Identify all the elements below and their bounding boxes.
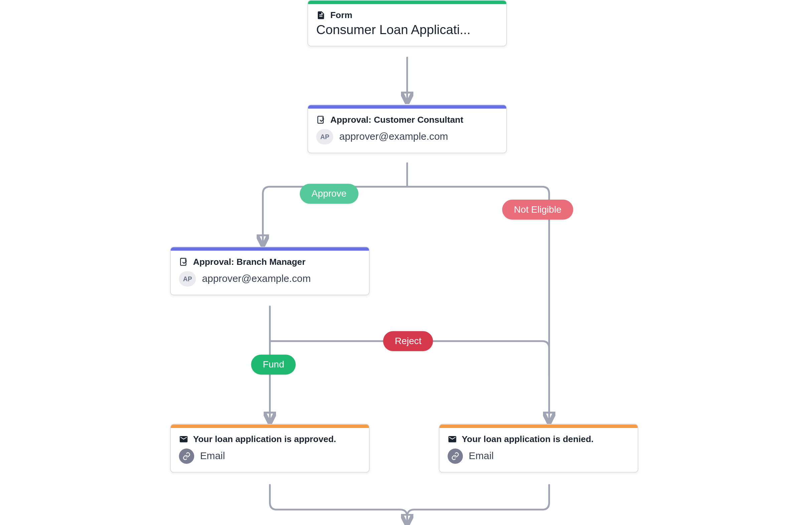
node-title: Approval: Customer Consultant (330, 114, 463, 124)
mail-icon (448, 434, 457, 444)
link-icon (448, 448, 463, 464)
node-channel-row: Email (439, 445, 638, 472)
branch-label-fund: Fund (251, 355, 296, 375)
node-accent-bar (171, 247, 369, 251)
channel-label: Email (469, 450, 494, 462)
branch-label-reject: Reject (383, 331, 433, 351)
node-accent-bar (439, 424, 638, 428)
approver-email: approver@example.com (202, 273, 311, 285)
node-accent-bar (308, 1, 506, 4)
node-approver-row: AP approver@example.com (171, 268, 369, 295)
link-icon (179, 448, 194, 464)
node-email-approved[interactable]: Your loan application is approved. Email (170, 424, 370, 473)
node-header: Approval: Customer Consultant (308, 109, 506, 126)
node-email-denied[interactable]: Your loan application is denied. Email (439, 424, 638, 473)
branch-label-approve: Approve (300, 184, 358, 204)
node-channel-row: Email (171, 445, 369, 472)
node-title: Your loan application is approved. (193, 434, 336, 444)
node-header: Approval: Branch Manager (171, 251, 369, 268)
workflow-canvas: Form Consumer Loan Applicati... Approval… (0, 0, 812, 525)
node-header: Form (308, 4, 506, 21)
node-approval-customer-consultant[interactable]: Approval: Customer Consultant AP approve… (308, 105, 507, 153)
node-accent-bar (308, 105, 506, 109)
form-icon (316, 10, 326, 20)
node-header: Your loan application is approved. (171, 428, 369, 445)
node-title: Consumer Loan Applicati... (308, 21, 506, 46)
branch-label-not-eligible: Not Eligible (502, 200, 573, 220)
node-approver-row: AP approver@example.com (308, 126, 506, 153)
channel-label: Email (200, 450, 225, 462)
node-accent-bar (171, 424, 369, 428)
avatar-chip: AP (179, 271, 196, 287)
mail-icon (179, 434, 188, 444)
connectors (0, 0, 812, 525)
node-title: Your loan application is denied. (462, 434, 594, 444)
approval-icon (179, 257, 188, 266)
avatar-chip: AP (316, 129, 333, 145)
node-form[interactable]: Form Consumer Loan Applicati... (308, 0, 507, 46)
node-header: Your loan application is denied. (439, 428, 638, 445)
approval-icon (316, 115, 326, 124)
node-approval-branch-manager[interactable]: Approval: Branch Manager AP approver@exa… (170, 246, 370, 295)
node-type-label: Form (330, 10, 352, 20)
approver-email: approver@example.com (339, 131, 448, 143)
node-title: Approval: Branch Manager (193, 256, 306, 267)
